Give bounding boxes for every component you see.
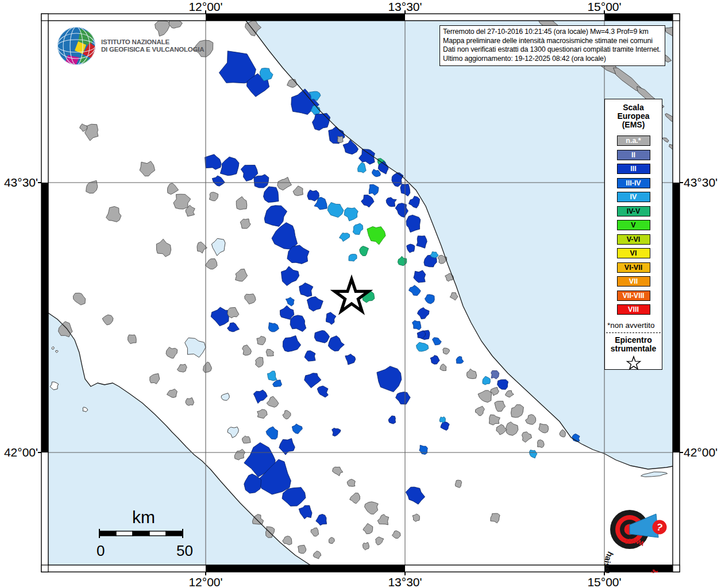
legend-swatch-VII-VIII: VII-VIII [617,291,650,301]
legend-item: II [605,148,662,163]
legend-item: n.a.* [605,134,662,148]
legend-item: IV-V [605,204,662,219]
haisentitoilterremoto-logo: ? haisentitoilterremoto.it www. [592,487,678,573]
ingv-logo: ISTITUTO NAZIONALE DI GEOFISICA E VULCAN… [55,25,204,67]
municipality-na [186,397,194,405]
scale-end-label: 50 [176,542,193,560]
legend-item: VI-VII [605,261,662,275]
municipality-na [363,542,369,550]
latitude-label-left: 42°00' [4,446,38,459]
legend-item: VII [605,274,662,289]
ingv-name-line2: DI GEOFISICA E VULCANOLOGIA [101,46,204,54]
info-line-2: Mappa preliminare delle intensità macros… [443,37,662,46]
legend-item: V-VI [605,233,662,247]
legend-swatch-VII: VII [617,276,650,287]
macroseismic-map-stage: 12°00'13°30'15°00'12°00'13°30'15°00'43°3… [0,0,721,588]
longitude-label-top: 15°00' [587,0,621,14]
longitude-label-top: 12°00' [188,0,222,14]
legend-items: n.a.*IIIIIIII-IVIVIV-VVV-VIVIVI-VIIVIIVI… [605,134,662,317]
legend-swatch-V-VI: V-VI [617,234,650,245]
municipality-na [338,136,344,142]
municipality-III-IV [412,320,421,330]
legend-item: VI [605,246,662,261]
legend-item: V [605,218,662,233]
legend-swatch-VI: VI [617,248,650,258]
legend-item: III-IV [605,176,662,191]
legend-swatch-III-IV: III-IV [617,178,650,188]
scale-start-label: 0 [97,542,105,560]
legend-separator [606,332,661,333]
legend-epicenter-label2: strumentale [605,345,662,353]
municipality-III [254,175,269,188]
latitude-label-left: 43°30' [4,176,38,189]
info-line-1: Terremoto del 27-10-2016 10:21:45 (ora l… [443,28,662,37]
municipality-na [128,335,137,344]
legend-item: III [605,162,662,176]
info-line-3: Dati non verificati estratti da 1300 que… [443,45,662,55]
earthquake-info-box: Terremoto del 27-10-2016 10:21:45 (ora l… [439,25,665,66]
legend-swatch-III: III [617,164,650,174]
legend-swatch-IV-V: IV-V [617,206,650,216]
municipality-na [298,545,306,553]
ingv-name-line1: ISTITUTO NAZIONALE [101,38,204,47]
longitude-label-bottom: 13°30' [388,575,422,588]
municipality-IV [439,417,445,423]
scale-bar-graphic [86,527,201,540]
legend-title-line1: Scala [605,103,662,112]
svg-text:haisentitoilterremoto.it: haisentitoilterremoto.it [603,550,660,573]
municipality-na [537,440,544,448]
legend-item: VII-VIII [605,289,662,303]
info-line-4: Ultimo aggiornamento: 19-12-2025 08:42 (… [443,55,662,64]
legend-swatch-n.a.*: n.a.* [617,136,650,146]
legend-swatch-VI-VII: VI-VII [617,262,650,273]
scale-unit-label: km [86,508,201,527]
legend-item: IV [605,190,662,204]
legend-swatch-VIII: VIII [617,304,650,315]
ingv-globe-icon [55,25,98,67]
legend-epicenter-label1: Epicentro [605,336,662,345]
legend-swatch-IV: IV [617,192,650,202]
longitude-label-top: 13°30' [388,0,422,14]
longitude-label-bottom: 12°00' [188,575,222,588]
latitude-label-right: 43°30' [684,176,718,189]
legend-item: VIII [605,303,662,317]
ems-legend: Scala Europea (EMS) n.a.*IIIIIIII-IVIVIV… [604,99,662,370]
longitude-label-bottom: 15°00' [587,575,621,588]
municipality-na [455,480,461,488]
legend-title-line3: (EMS) [605,121,662,129]
legend-swatch-V: V [617,220,650,230]
legend-swatch-II: II [617,150,650,160]
latitude-label-right: 42°00' [684,446,718,459]
municipality-II [491,370,499,379]
scale-bar: km 0 50 [86,508,201,558]
epicenter-star-icon [625,355,642,371]
legend-footnote: *non avvertito [605,321,662,330]
legend-title-line2: Europea [605,112,662,121]
